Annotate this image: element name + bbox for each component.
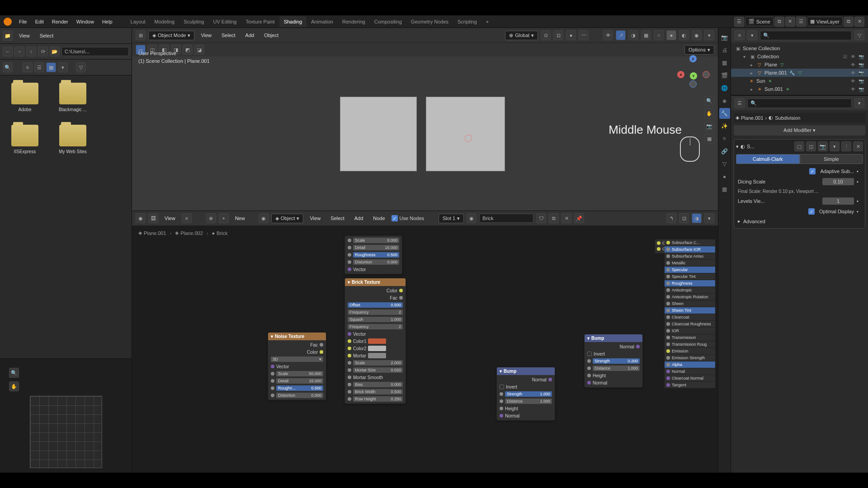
prop-tab-render[interactable]: 📷 [719, 32, 730, 43]
node-title[interactable]: ▾ Noise Texture [268, 333, 326, 340]
menu-edit[interactable]: Edit [32, 17, 47, 26]
prop-tab-texture[interactable]: ▦ [719, 184, 730, 195]
vp-view-menu[interactable]: View [197, 31, 215, 40]
material-copy-icon[interactable]: ⧉ [549, 213, 559, 223]
mod-render-icon[interactable]: 📷 [818, 141, 828, 151]
prop-tab-modifier[interactable]: 🔧 [719, 108, 730, 119]
output-color[interactable]: Color [307, 350, 318, 355]
camera-icon[interactable]: 📷 [858, 78, 864, 84]
noise-texture-node-partial[interactable]: Scale8.000 Detail15.000 Roughness0.500 D… [344, 235, 402, 274]
outliner-item-active[interactable]: ▸ ▽ Plane.001 🔧 ▽ 👁📷 [731, 69, 868, 77]
subdiv-catmull-button[interactable]: Catmull-Clark [736, 154, 800, 164]
menu-file[interactable]: File [15, 17, 31, 26]
camera-icon[interactable]: 📷 [858, 86, 864, 92]
vp-add-menu[interactable]: Add [242, 31, 258, 40]
preview-pan-icon[interactable]: ✋ [9, 381, 19, 391]
nav-refresh-icon[interactable]: ⟳ [38, 47, 48, 56]
props-search-input[interactable]: 🔍 [747, 99, 852, 108]
material-fake-user-icon[interactable]: 🛡 [536, 213, 546, 223]
distortion-input[interactable]: Distortion0.000 [276, 393, 323, 398]
camera-icon[interactable]: 📷 [858, 70, 864, 76]
scale-input[interactable]: Scale50.000 [276, 371, 323, 376]
color2-swatch[interactable] [368, 346, 386, 351]
viewport-editor-icon[interactable]: ⊞ [136, 30, 146, 40]
ne-node-menu[interactable]: Node [369, 214, 388, 223]
detail-input[interactable]: Detail15.000 [276, 378, 323, 384]
tab-sculpting[interactable]: Sculpting [179, 16, 208, 27]
fb-display-grid-icon[interactable]: ▦ [46, 62, 56, 72]
shade-material-icon[interactable]: ◐ [679, 30, 689, 40]
camera-icon[interactable]: 📷 [858, 61, 864, 68]
dicing-scale-input[interactable]: 0.10 [822, 178, 854, 185]
tab-rendering[interactable]: Rendering [338, 16, 370, 27]
gizmo-neg-x-icon[interactable] [703, 71, 710, 78]
ne-overlay-icon[interactable]: ◑ [692, 213, 702, 223]
prop-tab-world[interactable]: 🌐 [719, 83, 730, 94]
distance-input[interactable]: Distance1.000 [505, 399, 552, 404]
prop-tab-viewlayer[interactable]: ▦ [719, 57, 730, 68]
menu-window[interactable]: Window [73, 17, 98, 26]
ne-select-menu[interactable]: Select [327, 214, 348, 223]
orientation-dropdown[interactable]: ⊕ Global ▾ [505, 31, 538, 40]
nav-forward-icon[interactable]: → [14, 47, 24, 56]
mortar-swatch[interactable] [368, 353, 386, 358]
filebrowser-editor-icon[interactable]: 📁 [3, 31, 13, 41]
folder-item[interactable]: Blackmagic ... [55, 83, 90, 112]
outliner-search-input[interactable]: 🔍 [760, 31, 852, 40]
prop-tab-constraint[interactable]: 🔗 [719, 146, 730, 157]
ne-object-dropdown[interactable]: ◈ Object ▾ [271, 214, 304, 223]
bump-node-2[interactable]: ▾ Bump Normal Invert Strength0.200 Dista… [584, 334, 643, 388]
material-unlink-icon[interactable]: ✕ [561, 213, 571, 223]
principled-bsdf-node-partial[interactable]: Subsurface C... Subsurface IOR Subsurfac… [665, 239, 715, 388]
advanced-section[interactable]: ▸ Advanced [736, 217, 863, 225]
mod-edit-icon[interactable]: ▢ [794, 141, 804, 151]
squash-input[interactable]: Squash1.000 [348, 317, 403, 322]
fb-select-menu[interactable]: Select [36, 31, 57, 40]
snap-curve-icon[interactable]: 〰 [579, 30, 589, 40]
shade-options-icon[interactable]: ▾ [704, 30, 714, 40]
outliner-item[interactable]: ▸ ☀ Sun.001 ☀ 👁📷 [731, 85, 868, 93]
outliner-display-icon[interactable]: ▾ [747, 30, 757, 40]
modifier-name[interactable]: S... [747, 144, 793, 149]
outliner-collection[interactable]: ▾ ▣ Collection ☑👁📷 [731, 52, 868, 61]
mod-delete-icon[interactable]: ✕ [853, 141, 863, 151]
shade-solid-icon[interactable]: ● [666, 30, 676, 40]
outliner-scene-collection[interactable]: ▣ Scene Collection [731, 44, 868, 52]
prop-tab-particles[interactable]: ✨ [719, 121, 730, 131]
viewlayer-delete-icon[interactable]: ✕ [854, 17, 864, 27]
vp-zoom-icon[interactable]: 🔍 [704, 96, 714, 106]
pivot-icon[interactable]: ⊙ [541, 30, 551, 40]
fb-display-list-icon[interactable]: ≡ [23, 62, 33, 72]
menu-help[interactable]: Help [99, 17, 116, 26]
brick-width-input[interactable]: Brick Width0.500 [353, 389, 403, 394]
tab-geometrynodes[interactable]: Geometry Nodes [406, 16, 453, 27]
eye-icon[interactable]: 👁 [850, 61, 856, 68]
bc-item[interactable]: ◈ Plane.001 [138, 230, 166, 236]
camera-icon[interactable]: 📷 [858, 53, 864, 60]
props-options-icon[interactable]: ▾ [854, 98, 864, 108]
adaptive-subdiv-toggle[interactable]: ✓Adaptive Sub...• [736, 167, 863, 176]
output-normal[interactable]: Normal [532, 377, 547, 382]
nav-up-icon[interactable]: ↑ [26, 47, 36, 56]
bc-item[interactable]: ◈ Plane.002 [175, 230, 203, 236]
prop-tab-output[interactable]: 🖨 [719, 45, 730, 56]
viewlayer-new-icon[interactable]: ⧉ [844, 17, 854, 27]
output-fac[interactable]: Fac [390, 296, 397, 300]
viewport-3d[interactable]: ⊞ ◈ Object Mode ▾ View Select Add Object… [132, 28, 718, 211]
tab-texturepaint[interactable]: Texture Paint [241, 16, 279, 27]
gizmo-x-icon[interactable]: X [677, 71, 684, 78]
noise-texture-node[interactable]: ▾ Noise Texture Fac Color 3D▾ Vector Sca… [268, 332, 326, 400]
tab-compositing[interactable]: Compositing [370, 16, 406, 27]
distance-input[interactable]: Distance1.000 [593, 366, 640, 371]
node-editor[interactable]: ◉ 🖼 View ≡ ⊕ + New ◉ ◈ Object ▾ View Sel… [132, 211, 718, 477]
levels-viewport-input[interactable]: 1 [822, 197, 854, 205]
mod-realtime-icon[interactable]: ◫ [806, 141, 816, 151]
visibility-icon[interactable]: 👁 [603, 30, 613, 40]
vp-pan-icon[interactable]: ✋ [704, 108, 714, 118]
gizmo-toggle-icon[interactable]: ↗ [616, 30, 626, 40]
vp-object-menu[interactable]: Object [260, 31, 282, 40]
outliner-item[interactable]: ☀ Sun ☀ 👁📷 [731, 77, 868, 85]
snap-icon[interactable]: ⊡ [553, 30, 563, 40]
row-height-input[interactable]: Row Height0.250 [353, 396, 403, 402]
folder-item[interactable]: Adobe [7, 83, 42, 112]
